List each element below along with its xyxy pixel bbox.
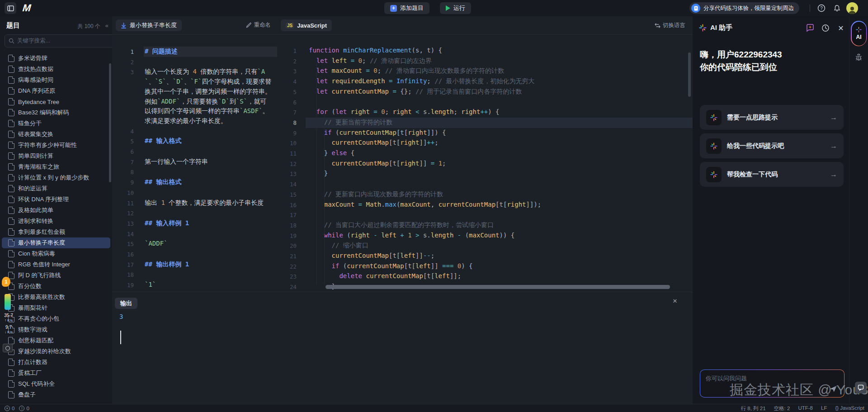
line-content: // 缩小窗口 <box>297 241 693 251</box>
line-number: 18 <box>112 270 134 280</box>
document-icon <box>8 87 14 95</box>
ai-suggestion-card[interactable]: 帮我检查一下代码 → <box>700 162 844 187</box>
svg-text:?: ? <box>820 6 823 11</box>
sidebar-item[interactable]: DNA 序列还原 <box>2 85 110 96</box>
document-icon <box>8 98 14 105</box>
line: 12 <box>112 208 277 218</box>
ai-badge-label: AI <box>856 34 862 40</box>
sidebar-item[interactable]: 创意标题匹配 <box>2 335 110 346</box>
editor-vertical-scrollbar[interactable] <box>688 52 691 97</box>
bug-report-icon[interactable] <box>855 53 863 61</box>
ai-suggestion-card[interactable]: 给我一些代码提示吧 → <box>700 133 844 158</box>
collapse-sidebar-icon[interactable]: « <box>105 22 108 29</box>
sidebar-toggle-button[interactable] <box>5 2 16 14</box>
sidebar-item[interactable]: 暴雨梨花针 <box>2 303 110 313</box>
switch-language-button[interactable]: 切换语言 <box>655 22 685 29</box>
line-content: currentCountMap[t[right]]++; <box>297 138 693 148</box>
sidebar-item[interactable]: 环状 DNA 序列整理 <box>2 194 110 205</box>
description-tab[interactable]: 最小替换子串长度 <box>116 19 182 31</box>
statusbar-item[interactable]: UTF-8 <box>798 405 813 412</box>
sidebar-item[interactable]: 多米诺骨牌 <box>2 53 110 64</box>
sidebar-item[interactable]: 链表聚集交换 <box>2 129 110 140</box>
search-input[interactable]: 关键字搜索... <box>5 34 115 47</box>
run-button[interactable]: 运行 <box>440 2 471 14</box>
line-content: function minCharReplacement(s, t) { <box>297 46 693 56</box>
sidebar-item[interactable]: RGB 色值转 Integer <box>2 259 110 270</box>
swap-icon <box>655 23 660 28</box>
line-content: currentCountMap[t[left]]--; <box>297 251 693 261</box>
sidebar-item[interactable]: 打点计数器 <box>2 357 110 368</box>
sidebar-item[interactable]: 叠盘子 <box>2 389 110 400</box>
sparkle-chip-icon <box>706 138 722 154</box>
sidebar-item[interactable]: 百分位数 <box>2 281 110 292</box>
problem-count: 共 100 个 <box>77 23 100 30</box>
sidebar-item[interactable]: 不再贪心的小包 <box>2 313 110 324</box>
line-number: 17 <box>277 210 297 220</box>
ai-suggestion-card[interactable]: 需要一点思路提示 → <box>700 105 844 130</box>
promo-text: 分享代码练习体验，领限量定制周边 <box>703 5 794 12</box>
problem-sidebar: 题目 共 100 个 « 关键字搜索... 多米诺骨牌查找热点数据病毒感染时间D… <box>0 16 113 404</box>
document-icon <box>8 207 14 214</box>
sidebar-scrollbar[interactable] <box>109 63 111 182</box>
sidebar-item[interactable]: 进制求和转换 <box>2 216 110 227</box>
statusbar-item[interactable]: {} JavaScript <box>835 405 864 412</box>
sidebar-item[interactable]: 猜数字游戏 <box>2 324 110 335</box>
output-tab[interactable]: 输出 <box>115 298 137 309</box>
rename-button[interactable]: 重命名 <box>246 21 271 29</box>
sidebar-item[interactable]: Base32 编码和解码 <box>2 107 110 118</box>
sidebar-item[interactable]: 简单四则计算 <box>2 151 110 161</box>
promo-banner[interactable]: 分享代码练习体验，领限量定制周边 <box>689 2 799 14</box>
line-content: 输出 1 个整数，满足要求的最小子串长度 <box>134 198 277 208</box>
sidebar-item[interactable]: 拿到最多红包金额 <box>2 227 110 237</box>
user-avatar[interactable] <box>846 2 858 14</box>
notification-bell-icon[interactable] <box>832 3 842 13</box>
sidebar-item[interactable]: 青海湖租车之旅 <box>2 161 110 172</box>
statusbar-item[interactable]: 行 8, 列 21 <box>741 405 766 412</box>
line-number: 12 <box>112 208 134 218</box>
statusbar-item[interactable]: LF <box>821 405 827 412</box>
code-editor[interactable]: 1function minCharReplacement(s, t) {2 le… <box>277 34 693 292</box>
line-number: 16 <box>112 249 134 260</box>
sidebar-item[interactable]: 猫鱼分干 <box>2 118 110 129</box>
new-chat-icon[interactable] <box>806 24 815 33</box>
pencil-icon <box>246 22 252 28</box>
line: 19 while (right - left + 1 > s.length - … <box>277 231 693 241</box>
statusbar-item[interactable]: 空格: 2 <box>774 405 790 412</box>
line-content: if (currentCountMap[t[right]]) { <box>297 128 693 138</box>
history-icon[interactable] <box>821 24 830 33</box>
line-number: 7 <box>112 157 134 167</box>
sidebar-item-label: 进制求和转换 <box>18 217 53 225</box>
line: 16 <box>112 249 277 260</box>
language-tab-label: JavaScript <box>297 22 327 29</box>
sidebar-item[interactable]: 比赛最高获胜次数 <box>2 292 110 303</box>
line-content: ## 输出格式 <box>134 177 277 188</box>
js-icon: JS <box>286 23 294 28</box>
sidebar-item[interactable]: 查找热点数据 <box>2 64 110 75</box>
app-logo[interactable]: M <box>22 2 39 14</box>
sidebar-item-label: 青海湖租车之旅 <box>18 163 59 171</box>
sidebar-item[interactable]: 字符串有多少种可能性 <box>2 140 110 151</box>
sidebar-item[interactable]: 最小替换子串长度 <box>2 237 110 248</box>
markdown-editor[interactable]: 1# 问题描述23输入一个长度为 4 倍数的字符串，只有`A`、`S`、`D`、… <box>112 34 277 292</box>
sidebar-item[interactable]: Cion 勒索病毒 <box>2 248 110 259</box>
sidebar-item[interactable]: SQL 代码补全 <box>2 379 110 389</box>
sidebar-item-label: 比赛最高获胜次数 <box>18 293 65 301</box>
problems-summary[interactable]: ×0 !0 <box>5 406 29 411</box>
sidebar-item[interactable]: Bytedance Tree <box>2 96 110 107</box>
topbar-divider <box>810 5 810 12</box>
help-icon[interactable]: ? <box>816 3 826 13</box>
add-problem-button[interactable]: + 添加题目 <box>384 2 429 14</box>
sidebar-item[interactable]: 计算位置 x 到 y 的最少步数 <box>2 172 110 183</box>
language-tab[interactable]: JS JavaScript <box>281 19 332 31</box>
sidebar-item[interactable]: 穿越沙漠的补给次数 <box>2 346 110 357</box>
output-close-icon[interactable]: × <box>673 297 677 306</box>
sidebar-item[interactable]: 病毒感染时间 <box>2 75 110 85</box>
close-ai-icon[interactable]: ✕ <box>836 24 845 33</box>
sidebar-item[interactable]: 蛋糕工厂 <box>2 368 110 379</box>
ai-badge[interactable]: AI <box>851 21 867 46</box>
editor-horizontal-scrollbar[interactable] <box>326 285 670 289</box>
editor-header: JS JavaScript 切换语言 <box>277 16 693 35</box>
sidebar-item[interactable]: 和的逆运算 <box>2 183 110 194</box>
sidebar-item[interactable]: 及格如此简单 <box>2 205 110 216</box>
sidebar-item[interactable]: 阿 D 的飞行路线 <box>2 270 110 281</box>
